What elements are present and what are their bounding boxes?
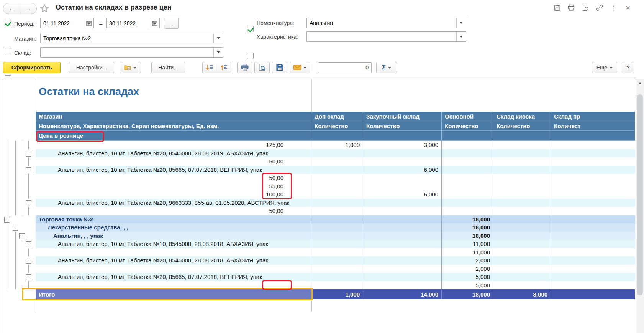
quantity-cell[interactable] — [551, 174, 635, 182]
collapse-expander-icon[interactable] — [26, 151, 31, 157]
settings-button[interactable]: Настройки... — [69, 62, 114, 73]
quantity-cell[interactable] — [551, 149, 635, 158]
total-value[interactable]: 8,000 — [493, 289, 551, 299]
collapse-expander-icon[interactable] — [19, 233, 25, 239]
quantity-cell[interactable] — [363, 281, 442, 290]
close-icon[interactable]: × — [624, 4, 632, 12]
header-nomenclature[interactable]: Номенклатура, Характеристика, Серия номе… — [36, 121, 311, 131]
chevron-down-icon[interactable] — [456, 18, 466, 28]
quantity-cell[interactable] — [493, 265, 551, 273]
quantity-cell[interactable] — [311, 166, 363, 174]
collapse-expander-icon[interactable] — [26, 200, 31, 206]
quantity-cell[interactable]: 5,000 — [442, 281, 493, 290]
collapse-expander-icon[interactable] — [26, 274, 31, 280]
quantity-cell[interactable] — [442, 166, 493, 174]
quantity-cell[interactable]: 11,000 — [442, 240, 493, 248]
quantity-cell[interactable] — [363, 149, 442, 158]
nomenclature-checkbox[interactable] — [247, 26, 254, 32]
quantity-cell[interactable] — [551, 199, 635, 207]
col-header[interactable]: Основной — [442, 112, 493, 121]
price-cell[interactable]: 50,00 — [36, 157, 311, 166]
scroll-up-icon[interactable]: ▲ — [636, 80, 644, 86]
quantity-cell[interactable] — [363, 273, 442, 281]
col-header[interactable]: Доп склад — [311, 112, 363, 121]
quantity-cell[interactable] — [363, 223, 442, 232]
period-to-input[interactable]: 30.11.2022 — [106, 18, 160, 28]
quantity-cell[interactable] — [311, 281, 363, 290]
quantity-cell[interactable] — [493, 232, 551, 240]
period-checkbox[interactable] — [5, 20, 11, 26]
quantity-cell[interactable] — [493, 207, 551, 215]
collapse-expander-icon[interactable] — [13, 225, 18, 231]
quantity-cell[interactable]: 18,000 — [442, 215, 493, 224]
quantity-cell[interactable] — [311, 232, 363, 240]
total-value[interactable]: 18,000 — [442, 289, 493, 299]
forward-button[interactable]: → — [20, 3, 37, 14]
quantity-cell[interactable] — [493, 223, 551, 232]
send-mail-button[interactable] — [290, 62, 310, 73]
table-row[interactable]: Анальгин, блистер, 10 мг, Таблетка №20, … — [36, 149, 635, 158]
nomenclature-input[interactable]: Анальгин — [306, 18, 466, 28]
price-cell[interactable]: 55,00 — [36, 182, 311, 191]
quantity-cell[interactable]: 3,000 — [363, 141, 442, 149]
quantity-cell[interactable] — [493, 141, 551, 149]
quantity-cell[interactable] — [551, 190, 635, 199]
print-icon[interactable] — [567, 4, 575, 12]
header-retail-price[interactable]: Цена в рознице — [36, 131, 311, 141]
chevron-down-icon[interactable] — [213, 48, 223, 57]
store-value[interactable]: Торговая точка №2 — [41, 35, 213, 41]
quantity-cell[interactable] — [311, 256, 363, 265]
warehouse-input[interactable] — [40, 47, 223, 58]
quantity-cell[interactable] — [551, 166, 635, 174]
quantity-cell[interactable] — [363, 265, 442, 273]
quantity-cell[interactable] — [551, 141, 635, 149]
quantity-cell[interactable] — [493, 256, 551, 265]
quantity-cell[interactable] — [311, 149, 363, 158]
price-cell[interactable] — [36, 281, 311, 290]
quantity-cell[interactable] — [311, 273, 363, 281]
quantity-cell[interactable] — [493, 174, 551, 182]
quantity-cell[interactable] — [551, 232, 635, 240]
quantity-cell[interactable]: 6,000 — [363, 166, 442, 174]
quantity-cell[interactable] — [311, 157, 363, 166]
col-measure[interactable]: Количество — [442, 121, 493, 131]
quantity-cell[interactable] — [442, 149, 493, 158]
header-store[interactable]: Магазин — [36, 112, 311, 121]
quantity-cell[interactable]: 1,000 — [311, 141, 363, 149]
group-label-cell[interactable]: Анальгин, блистер, 10 мг, Таблетка №20, … — [36, 256, 311, 265]
price-cell[interactable]: 50,00 — [36, 174, 311, 182]
quantity-cell[interactable] — [551, 215, 635, 224]
favorite-star-icon[interactable] — [39, 3, 49, 13]
quantity-cell[interactable]: 18,000 — [442, 223, 493, 232]
table-row[interactable]: Анальгин, блистер, 10 мг, Таблетка №10, … — [36, 240, 635, 249]
price-cell[interactable]: 125,00 — [36, 141, 311, 149]
sum-button[interactable]: Σ — [376, 62, 397, 73]
store-input[interactable]: Торговая точка №2 — [40, 33, 223, 43]
quantity-cell[interactable]: 18,000 — [442, 232, 493, 240]
characteristic-input[interactable] — [306, 31, 466, 42]
quantity-cell[interactable] — [363, 256, 442, 265]
expand-groups-button[interactable] — [217, 64, 231, 71]
quantity-cell[interactable] — [493, 190, 551, 199]
quantity-cell[interactable] — [363, 207, 442, 215]
group-label-cell[interactable]: Анальгин, , , упак — [36, 232, 311, 240]
quantity-cell[interactable] — [493, 281, 551, 290]
col-header[interactable]: Склад пр — [551, 112, 635, 121]
col-measure[interactable]: Количест — [551, 121, 635, 131]
print-preview-button[interactable] — [254, 62, 270, 73]
group-label-cell[interactable]: Анальгин, блистер, 10 мг, Таблетка №20, … — [36, 149, 311, 158]
collapse-expander-icon[interactable] — [26, 167, 31, 173]
quantity-cell[interactable] — [551, 182, 635, 191]
back-button[interactable]: ← — [3, 3, 20, 14]
quantity-cell[interactable] — [442, 199, 493, 207]
table-row[interactable]: Анальгин, , , упак18,000 — [36, 232, 635, 241]
table-row[interactable]: Торговая точка №218,000 — [36, 215, 635, 224]
table-row[interactable]: Анальгин, блистер, 10 мг, Таблетка №20, … — [36, 256, 635, 265]
collapse-groups-button[interactable] — [203, 64, 217, 71]
total-label[interactable]: Итого — [36, 289, 311, 299]
nomenclature-value[interactable]: Анальгин — [307, 20, 456, 26]
period-from-value[interactable]: 01.11.2022 — [41, 20, 84, 26]
quantity-cell[interactable] — [311, 199, 363, 207]
counter-input[interactable]: 0 — [318, 62, 372, 73]
total-value[interactable]: 1,000 — [311, 289, 363, 299]
